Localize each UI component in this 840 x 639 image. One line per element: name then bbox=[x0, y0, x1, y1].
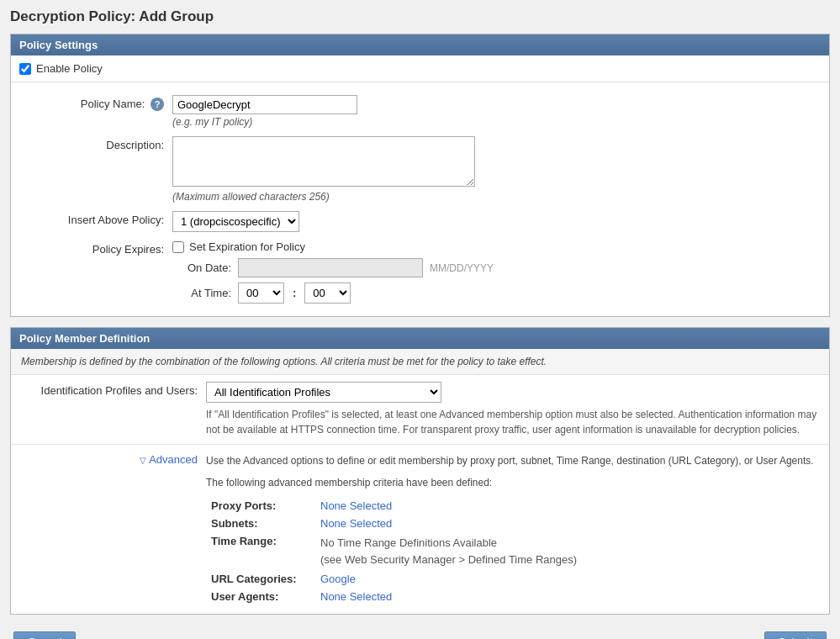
enable-policy-checkbox[interactable] bbox=[19, 63, 31, 75]
time-range-value: No Time Range Definitions Available (see… bbox=[315, 532, 819, 570]
identification-profiles-info: If "All Identification Profiles" is sele… bbox=[206, 407, 819, 437]
table-row: Time Range: No Time Range Definitions Av… bbox=[206, 532, 819, 570]
policy-name-row: Policy Name: ? (e.g. my IT policy) bbox=[21, 91, 819, 132]
description-hint: (Maximum allowed characters 256) bbox=[172, 191, 819, 203]
table-row: Subnets: None Selected bbox=[206, 515, 819, 532]
policy-member-section: Policy Member Definition Membership is d… bbox=[10, 327, 830, 615]
table-row: User Agents: None Selected bbox=[206, 588, 819, 605]
policy-expires-label: Policy Expires: bbox=[21, 240, 172, 256]
insert-above-label: Insert Above Policy: bbox=[21, 211, 172, 226]
advanced-desc2: The following advanced membership criter… bbox=[206, 475, 819, 490]
subnets-link[interactable]: None Selected bbox=[320, 517, 392, 530]
cancel-button[interactable]: Cancel bbox=[13, 631, 76, 639]
policy-settings-section: Policy Settings Enable Policy Policy Nam… bbox=[10, 34, 830, 317]
url-categories-link[interactable]: Google bbox=[320, 573, 356, 585]
enable-policy-label[interactable]: Enable Policy bbox=[36, 62, 103, 75]
user-agents-link[interactable]: None Selected bbox=[320, 590, 392, 603]
proxy-ports-label: Proxy Ports: bbox=[206, 497, 315, 515]
policy-name-help-icon[interactable]: ? bbox=[151, 98, 164, 111]
advanced-desc1: Use the Advanced options to define or ed… bbox=[206, 453, 819, 468]
policy-name-hint: (e.g. my IT policy) bbox=[172, 116, 819, 128]
proxy-ports-link[interactable]: None Selected bbox=[320, 499, 392, 512]
member-body: Identification Profiles and Users: All I… bbox=[11, 375, 829, 614]
footer-bar: Cancel Submit bbox=[10, 625, 830, 639]
hour-select[interactable]: 00010203 04050607 08091011 12131415 1617… bbox=[238, 283, 284, 304]
insert-above-row: Insert Above Policy: 1 (dropciscospecifi… bbox=[21, 207, 819, 236]
user-agents-value: None Selected bbox=[315, 588, 819, 605]
member-info-text: Membership is defined by the combination… bbox=[11, 349, 829, 375]
proxy-ports-value: None Selected bbox=[315, 497, 819, 515]
policy-expires-row: Policy Expires: Set Expiration for Polic… bbox=[21, 236, 819, 308]
at-time-label: At Time: bbox=[172, 287, 231, 299]
criteria-table: Proxy Ports: None Selected Subnets: None… bbox=[206, 497, 819, 605]
time-range-label: Time Range: bbox=[206, 532, 315, 570]
identification-profiles-select[interactable]: All Identification Profiles Custom bbox=[206, 382, 441, 403]
set-expiration-label[interactable]: Set Expiration for Policy bbox=[189, 240, 305, 253]
policy-name-label: Policy Name: ? bbox=[21, 95, 172, 111]
submit-button[interactable]: Submit bbox=[764, 631, 827, 639]
insert-above-control: 1 (dropciscospecific) 2 3 bbox=[172, 211, 819, 232]
advanced-content: Use the Advanced options to define or ed… bbox=[206, 453, 819, 605]
identification-profiles-control: All Identification Profiles Custom If "A… bbox=[206, 382, 819, 437]
policy-name-input[interactable] bbox=[172, 95, 357, 114]
date-format-hint: MM/DD/YYYY bbox=[430, 262, 494, 274]
identification-profiles-row: Identification Profiles and Users: All I… bbox=[11, 375, 829, 445]
set-expiration-checkbox[interactable] bbox=[172, 241, 184, 253]
description-control: (Maximum allowed characters 256) bbox=[172, 136, 819, 203]
description-label: Description: bbox=[21, 136, 172, 151]
insert-above-select[interactable]: 1 (dropciscospecific) 2 3 bbox=[172, 211, 299, 232]
user-agents-label: User Agents: bbox=[206, 588, 315, 605]
minute-select[interactable]: 00153045 bbox=[304, 283, 351, 304]
policy-settings-header: Policy Settings bbox=[11, 34, 829, 55]
advanced-row: Advanced Use the Advanced options to def… bbox=[11, 445, 829, 614]
description-textarea[interactable] bbox=[172, 136, 475, 187]
time-colon: : bbox=[291, 287, 298, 299]
page-title: Decryption Policy: Add Group bbox=[10, 8, 830, 25]
subnets-value: None Selected bbox=[315, 515, 819, 532]
description-row: Description: (Maximum allowed characters… bbox=[21, 132, 819, 207]
policy-expires-control: Set Expiration for Policy On Date: MM/DD… bbox=[172, 240, 819, 304]
url-categories-value: Google bbox=[315, 570, 819, 588]
url-categories-label: URL Categories: bbox=[206, 570, 315, 588]
enable-policy-row: Enable Policy bbox=[11, 55, 829, 82]
subnets-label: Subnets: bbox=[206, 515, 315, 532]
table-row: Proxy Ports: None Selected bbox=[206, 497, 819, 515]
policy-name-control: (e.g. my IT policy) bbox=[172, 95, 819, 128]
identification-profiles-label: Identification Profiles and Users: bbox=[21, 382, 206, 397]
on-date-label: On Date: bbox=[172, 261, 231, 274]
table-row: URL Categories: Google bbox=[206, 570, 819, 588]
on-date-input[interactable] bbox=[238, 258, 423, 277]
policy-member-header: Policy Member Definition bbox=[11, 328, 829, 349]
advanced-label[interactable]: Advanced bbox=[21, 453, 206, 466]
